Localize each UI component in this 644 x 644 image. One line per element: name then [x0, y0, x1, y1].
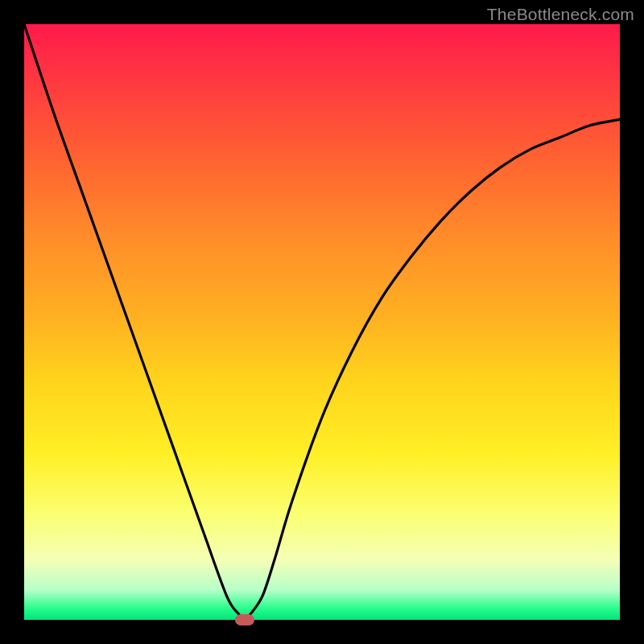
bottleneck-marker	[235, 614, 254, 625]
chart-frame: TheBottleneck.com	[0, 0, 644, 644]
watermark-text: TheBottleneck.com	[487, 5, 634, 24]
bottleneck-curve	[24, 24, 620, 620]
plot-area	[24, 24, 620, 620]
